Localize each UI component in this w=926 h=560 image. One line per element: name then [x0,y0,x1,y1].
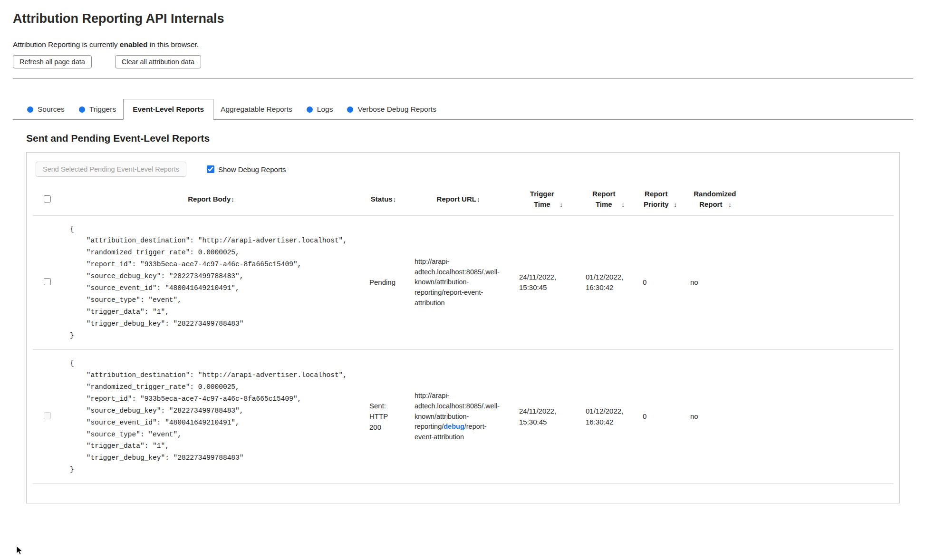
header-report-url[interactable]: Report URL↕ [406,184,511,215]
tab-triggers[interactable]: Triggers [72,99,123,119]
header-label: Trigger Time [525,189,559,210]
row-checkbox[interactable] [44,278,51,285]
send-selected-reports-button[interactable]: Send Selected Pending Event-Level Report… [36,162,186,177]
section-heading: Sent and Pending Event-Level Reports [26,133,913,144]
divider [13,78,913,79]
show-debug-reports-checkbox[interactable] [207,165,214,173]
sort-icon: ↕ [393,196,396,203]
report-time-cell: 01/12/2022, 16:30:42 [577,349,634,483]
new-data-dot-icon [27,106,33,113]
randomized-report-cell: no [682,215,743,349]
report-url-cell: http://arapi-adtech.localhost:8085/.well… [406,349,511,483]
report-row-pending: { "attribution_destination": "http://ara… [33,215,893,349]
status-text-suffix: in this browser. [147,40,199,48]
report-url-cell: http://arapi-adtech.localhost:8085/.well… [406,215,511,349]
report-body-json: { "attribution_destination": "http://ara… [70,357,357,476]
clear-all-attribution-data-button[interactable]: Clear all attribution data [115,55,201,68]
sort-icon: ↕ [559,201,563,208]
status-line: Attribution Reporting is currently enabl… [13,40,913,49]
new-data-dot-icon [307,106,313,113]
tab-label: Sources [38,105,65,114]
header-label: Report URL [437,195,476,203]
show-debug-reports-toggle[interactable]: Show Debug Reports [207,165,286,174]
tab-label: Triggers [89,105,116,114]
event-level-reports-table: Report Body↕ Status↕ Report URL↕ Trigger… [33,184,893,484]
tab-label: Logs [317,105,333,114]
sort-icon: ↕ [231,196,234,203]
select-all-checkbox[interactable] [44,195,51,203]
sort-icon: ↕ [674,201,677,208]
tab-verbose-debug-reports[interactable]: Verbose Debug Reports [340,99,443,119]
table-header-row: Report Body↕ Status↕ Report URL↕ Trigger… [33,184,893,215]
tab-strip: Sources Triggers Event-Level Reports Agg… [13,99,913,120]
report-body-cell: { "attribution_destination": "http://ara… [61,215,361,349]
header-label: Status [371,195,393,203]
filler-cell [743,349,893,483]
page-actions: Refresh all page data Clear all attribut… [13,55,913,68]
new-data-dot-icon [79,106,85,113]
status-enabled-text: enabled [120,40,148,48]
header-select-all [33,184,61,215]
report-controls: Send Selected Pending Event-Level Report… [36,162,893,177]
tab-logs[interactable]: Logs [299,99,340,119]
trigger-time-cell: 24/11/2022, 15:30:45 [511,349,577,483]
tab-aggregatable-reports[interactable]: Aggregatable Reports [213,99,299,119]
tab-label: Verbose Debug Reports [357,105,436,114]
status-cell: Sent: HTTP 200 [361,349,406,483]
header-report-time[interactable]: Report Time↕ [577,184,634,215]
show-debug-reports-label: Show Debug Reports [218,165,286,174]
trigger-time-cell: 24/11/2022, 15:30:45 [511,215,577,349]
tab-event-level-reports[interactable]: Event-Level Reports [123,99,213,120]
row-select-cell [33,215,61,349]
row-checkbox-disabled [44,412,51,419]
header-label: Report Time [587,189,621,210]
report-body-json: { "attribution_destination": "http://ara… [70,223,357,342]
new-data-dot-icon [347,106,353,113]
report-time-cell: 01/12/2022, 16:30:42 [577,215,634,349]
status-cell: Pending [361,215,406,349]
header-label: Report Priority [639,189,673,210]
sort-icon: ↕ [621,201,625,208]
header-status[interactable]: Status↕ [361,184,406,215]
randomized-report-cell: no [682,349,743,483]
header-label: Report Body [188,195,231,203]
status-text-prefix: Attribution Reporting is currently [13,40,120,48]
sort-icon: ↕ [728,201,732,208]
header-trigger-time[interactable]: Trigger Time↕ [511,184,577,215]
tab-label: Aggregatable Reports [221,105,292,114]
row-select-cell [33,349,61,483]
report-url-text: http://arapi-adtech.localhost:8085/.well… [415,258,500,307]
report-row-sent: { "attribution_destination": "http://ara… [33,349,893,483]
tab-sources[interactable]: Sources [20,99,72,119]
tab-label: Event-Level Reports [133,105,204,114]
header-randomized-report[interactable]: Randomized Report↕ [682,184,743,215]
header-filler [743,184,893,215]
event-level-reports-panel: Send Selected Pending Event-Level Report… [26,152,900,503]
refresh-all-page-data-button[interactable]: Refresh all page data [13,55,92,68]
attribution-internals-page: Attribution Reporting API Internals Attr… [0,0,926,503]
report-priority-cell: 0 [634,349,682,483]
page-title: Attribution Reporting API Internals [13,11,913,26]
header-report-priority[interactable]: Report Priority↕ [634,184,682,215]
mouse-cursor-icon [16,546,23,555]
report-priority-cell: 0 [634,215,682,349]
filler-cell [743,215,893,349]
debug-url-segment: debug [444,423,464,430]
sort-icon: ↕ [477,196,480,203]
header-label: Randomized Report [694,189,728,210]
header-report-body[interactable]: Report Body↕ [61,184,361,215]
report-body-cell: { "attribution_destination": "http://ara… [61,349,361,483]
